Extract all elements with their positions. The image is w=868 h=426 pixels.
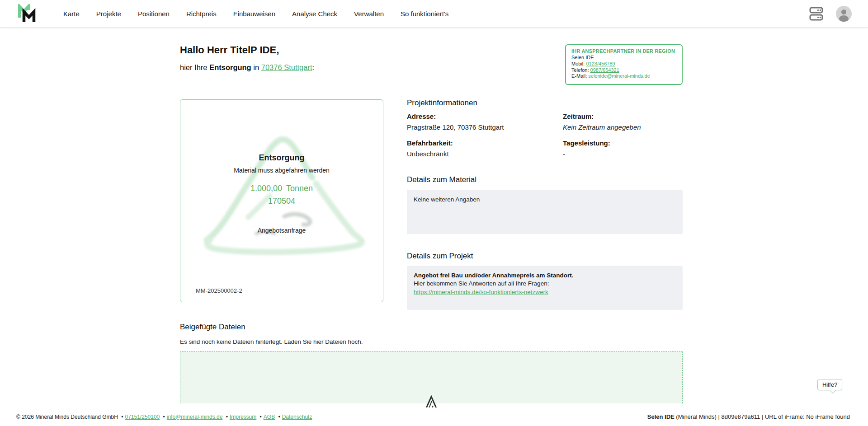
field-befahrbarkeit-value: Unbeschränkt	[407, 150, 556, 158]
card-reference-number: MM-202500002-2	[196, 287, 242, 294]
footer-separator: •	[163, 414, 165, 420]
material-details-text: Keine weiteren Angaben	[414, 196, 676, 204]
footer-copyright: © 2026 Mineral Minds Deutschland GmbH	[16, 414, 118, 420]
footer-phone-link[interactable]: 07151/250100	[125, 414, 160, 420]
field-tagesleistung-label: Tagesleistung:	[563, 139, 712, 147]
field-zeitraum-label: Zeitraum:	[563, 112, 712, 120]
project-details-bold-line: Angebot frei Bau und/oder Annahmepreis a…	[414, 272, 676, 280]
nav-item-verwalten[interactable]: Verwalten	[354, 10, 384, 18]
page-title: Hallo Herr TitelP IDE,	[180, 44, 279, 56]
field-befahrbarkeit-label: Befahrbarkeit:	[407, 139, 556, 147]
nav-item-so-funktionierts[interactable]: So funktioniert's	[401, 10, 448, 18]
email-label: E-Mail:	[571, 73, 588, 79]
nav-item-richtpreis[interactable]: Richtpreis	[186, 10, 217, 18]
footer-agb-link[interactable]: AGB	[264, 414, 275, 420]
server-icon[interactable]	[809, 6, 823, 22]
field-adresse-label: Adresse:	[407, 112, 556, 120]
waste-code: 170504	[180, 197, 383, 206]
nav-item-projekte[interactable]: Projekte	[96, 10, 121, 18]
section-heading-projektinformationen: Projektinformationen	[407, 98, 477, 108]
contact-name: Selen IDE	[571, 55, 676, 61]
quantity-value: 1.000,00	[250, 184, 282, 193]
page: Karte Projekte Positionen Richtpreis Ein…	[0, 0, 868, 426]
main-menu: Karte Projekte Positionen Richtpreis Ein…	[63, 10, 448, 18]
help-button-label: Hilfe?	[822, 381, 837, 388]
section-heading-project-details: Details zum Projekt	[407, 252, 473, 261]
greeting-prefix: hier Ihre	[180, 63, 209, 71]
card-quantity: 1.000,00Tonnen	[180, 184, 383, 193]
greeting-type: Entsorgung	[209, 63, 251, 71]
footer-impressum-link[interactable]: Impressum	[230, 414, 256, 420]
footer-left: © 2026 Mineral Minds Deutschland GmbH •0…	[16, 414, 312, 420]
logo-icon	[16, 4, 38, 23]
mineral-minds-logo[interactable]	[16, 4, 40, 23]
mobile-label: Mobil:	[571, 61, 586, 66]
greeting-mid: in	[251, 63, 261, 71]
card-title: Entsorgung	[180, 153, 383, 163]
footer-session-text: (Mineral Minds) | 8d09e879a611 | URL of …	[675, 413, 850, 420]
material-details-box: Keine weiteren Angaben	[407, 190, 683, 234]
section-heading-files: Beigefügte Dateien	[180, 323, 245, 332]
nav-item-positionen[interactable]: Positionen	[138, 10, 170, 18]
field-adresse-value: Pragstraße 120, 70376 Stuttgart	[407, 123, 556, 131]
so-funktionierts-link[interactable]: https://mineral-minds.de/so-funktioniert…	[414, 289, 548, 295]
footer: © 2026 Mineral Minds Deutschland GmbH •0…	[0, 407, 868, 426]
files-hint-text: Es sind noch keine Dateien hinterlegt. L…	[180, 338, 363, 345]
user-avatar-icon[interactable]	[836, 6, 852, 22]
section-heading-material-details: Details zum Material	[407, 175, 476, 184]
nav-item-karte[interactable]: Karte	[63, 10, 80, 18]
field-tagesleistung-value: -	[563, 150, 712, 158]
card-status: Angebotsanfrage	[180, 227, 383, 234]
project-details-line: Hier bekommen Sie Antworten auf all Ihre…	[414, 280, 676, 288]
project-position-card[interactable]: Entsorgung Material muss abgefahren werd…	[180, 99, 383, 302]
phone-label: Telefon:	[571, 67, 590, 73]
footer-user-name: Selen IDE	[647, 413, 675, 420]
footer-separator: •	[226, 414, 228, 420]
nav-item-einbauweisen[interactable]: Einbauweisen	[233, 10, 275, 18]
footer-session-info: Selen IDE (Mineral Minds) | 8d09e879a611…	[647, 413, 850, 420]
field-zeitraum: Zeitraum: Kein Zeitraum angegeben	[563, 112, 712, 131]
mobile-link[interactable]: 0123/456789	[586, 61, 615, 66]
help-button[interactable]: Hilfe?	[817, 379, 842, 390]
greeting-suffix: :	[312, 63, 315, 71]
contact-partner-box: IHR ANSPRECHPARTNER IN DER REGION Selen …	[565, 44, 683, 85]
email-link[interactable]: selenide@mineral-minds.de	[588, 73, 650, 79]
footer-separator: •	[260, 414, 262, 420]
footer-datenschutz-link[interactable]: Datenschutz	[282, 414, 312, 420]
greeting-subtitle: hier Ihre Entsorgung in 70376 Stuttgart:	[180, 63, 314, 72]
top-navigation: Karte Projekte Positionen Richtpreis Ein…	[0, 0, 868, 27]
location-link[interactable]: 70376 Stuttgart	[261, 63, 312, 71]
phone-link[interactable]: 0987/654321	[590, 67, 619, 73]
field-adresse: Adresse: Pragstraße 120, 70376 Stuttgart	[407, 112, 556, 131]
footer-separator: •	[278, 414, 280, 420]
nav-right-icons	[809, 6, 852, 22]
field-tagesleistung: Tagesleistung: -	[563, 139, 712, 158]
contact-box-title: IHR ANSPRECHPARTNER IN DER REGION	[571, 48, 676, 54]
footer-email-link[interactable]: info@mineral-minds.de	[167, 414, 223, 420]
footer-separator: •	[121, 414, 123, 420]
quantity-unit: Tonnen	[286, 184, 313, 193]
project-details-box: Angebot frei Bau und/oder Annahmepreis a…	[407, 266, 683, 310]
field-befahrbarkeit: Befahrbarkeit: Unbeschränkt	[407, 139, 556, 158]
field-zeitraum-value: Kein Zeitraum angegeben	[563, 123, 712, 131]
nav-item-analyse-check[interactable]: Analyse Check	[292, 10, 337, 18]
card-subtitle: Material muss abgefahren werden	[180, 167, 383, 174]
